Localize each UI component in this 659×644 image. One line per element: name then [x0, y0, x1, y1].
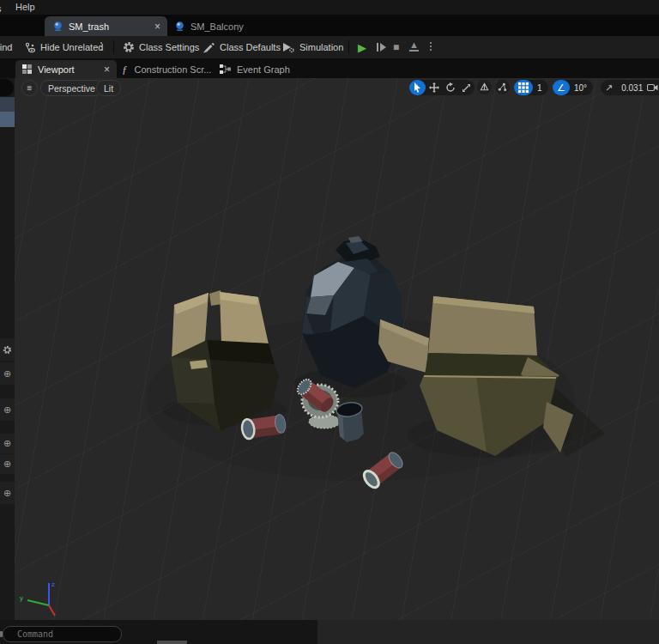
stop-button[interactable]: ■	[393, 41, 399, 53]
tab-sm-trash[interactable]: SM_trash ×	[45, 16, 167, 36]
add-button[interactable]: ⊕	[0, 434, 15, 453]
tab-event-graph[interactable]: Event Graph	[220, 60, 290, 78]
tab-sm-balcony[interactable]: SM_Balcony	[171, 16, 245, 36]
plus-circle-icon: ⊕	[3, 368, 11, 380]
move-icon	[429, 82, 439, 93]
hide-unrelated-options-icon[interactable]	[100, 42, 102, 51]
menu-item-help[interactable]: Help	[15, 0, 35, 15]
view-mode-selector[interactable]: Lit	[96, 80, 121, 96]
grid-snap-icon[interactable]	[514, 80, 533, 95]
camera-icon	[643, 80, 659, 95]
grid-snap-control[interactable]: 1	[514, 80, 548, 95]
hide-unrelated-icon	[24, 42, 36, 53]
tab-viewport[interactable]: Viewport ×	[15, 60, 117, 78]
toolbar-separator	[113, 40, 114, 54]
snap-nodes-icon	[498, 82, 507, 92]
gear-icon	[3, 345, 12, 355]
toolbar-separator	[348, 40, 349, 54]
hamburger-icon: ≡	[27, 83, 33, 93]
status-bar-right	[317, 620, 659, 644]
transform-tool-group	[409, 80, 475, 95]
graph-tab-bar: Viewport × ƒ Construction Scr... Event G…	[0, 58, 659, 78]
surface-snapping-button[interactable]	[495, 80, 510, 94]
plus-circle-icon: ⊕	[3, 404, 11, 416]
tab-label: SM_Balcony	[190, 21, 244, 32]
blueprint-icon	[174, 21, 185, 32]
eject-button[interactable]: ▲	[409, 40, 419, 52]
rotation-snap-control[interactable]: ∠ 10°	[553, 80, 593, 95]
grid-icon	[518, 82, 529, 93]
plus-circle-icon: ⊕	[3, 438, 11, 449]
command-console-input[interactable]	[3, 626, 122, 642]
event-graph-icon	[220, 64, 231, 74]
play-options-icon[interactable]	[430, 42, 432, 51]
viewport-canvas[interactable]	[0, 78, 659, 620]
clipped-statusbar-element	[157, 641, 187, 644]
tab-label: SM_trash	[69, 21, 109, 32]
simulation-button[interactable]: Simulation	[281, 36, 343, 58]
menu-item-partial[interactable]: s	[0, 0, 4, 15]
main-toolbar: Find Hide Unrelated Class Settings	[0, 36, 659, 58]
left-panel-edge: ⊕ ⊕ ⊕ ⊕ ⊕	[0, 78, 15, 620]
rotation-snap-value: 10°	[570, 83, 593, 93]
clipped-list-row[interactable]	[0, 97, 15, 112]
class-defaults-button[interactable]: Class Defaults	[203, 36, 281, 58]
camera-icon-glyph	[647, 83, 658, 92]
cursor-icon	[413, 82, 422, 93]
rotate-tool-button[interactable]	[442, 80, 458, 95]
function-icon: ƒ	[122, 63, 128, 76]
coordinate-system-button[interactable]	[477, 80, 492, 94]
tab-construction-script[interactable]: ƒ Construction Scr...	[122, 60, 211, 78]
menu-bar: s Help	[0, 0, 659, 15]
clipped-list-row-selected[interactable]	[0, 112, 15, 127]
add-button[interactable]: ⊕	[0, 454, 15, 474]
add-button[interactable]: ⊕	[0, 482, 15, 504]
clipped-search-pill	[0, 79, 14, 96]
play-button[interactable]: ▶	[358, 41, 366, 54]
scale-icon	[462, 83, 471, 93]
scale-tool-button[interactable]	[458, 80, 475, 95]
angle-snap-icon[interactable]: ∠	[553, 80, 570, 95]
perspective-selector[interactable]: Perspective	[40, 80, 103, 96]
world-gizmo-icon	[480, 82, 489, 92]
blueprint-icon	[52, 21, 63, 32]
select-tool-button[interactable]	[409, 80, 426, 95]
add-button[interactable]: ⊕	[0, 398, 15, 421]
pencil-icon	[203, 42, 215, 53]
viewport-options-button[interactable]: ≡	[21, 80, 38, 96]
camera-speed-control[interactable]: 3	[643, 80, 659, 95]
move-tool-button[interactable]	[426, 80, 442, 95]
scale-snap-icon[interactable]: ↗	[601, 80, 617, 95]
gear-icon	[123, 41, 135, 53]
viewport-icon	[22, 64, 32, 74]
rotate-icon	[445, 82, 456, 93]
close-icon[interactable]: ×	[104, 64, 110, 75]
frame-skip-button[interactable]	[376, 42, 387, 52]
hide-unrelated-button[interactable]: Hide Unrelated	[24, 36, 103, 58]
simulation-icon	[281, 42, 295, 53]
plus-circle-icon: ⊕	[3, 459, 11, 470]
grid-snap-value: 1	[533, 83, 548, 93]
find-button[interactable]: Find	[0, 36, 20, 58]
class-settings-button[interactable]: Class Settings	[123, 36, 199, 58]
close-icon[interactable]: ×	[154, 21, 160, 32]
asset-tab-bar: SM_trash × SM_Balcony	[0, 15, 659, 36]
settings-gear-button[interactable]	[0, 338, 15, 361]
blueprint-editor-window: s Help SM_trash × SM_Balcony Find	[0, 0, 659, 644]
add-button[interactable]: ⊕	[0, 362, 15, 385]
plus-circle-icon: ⊕	[3, 488, 11, 499]
